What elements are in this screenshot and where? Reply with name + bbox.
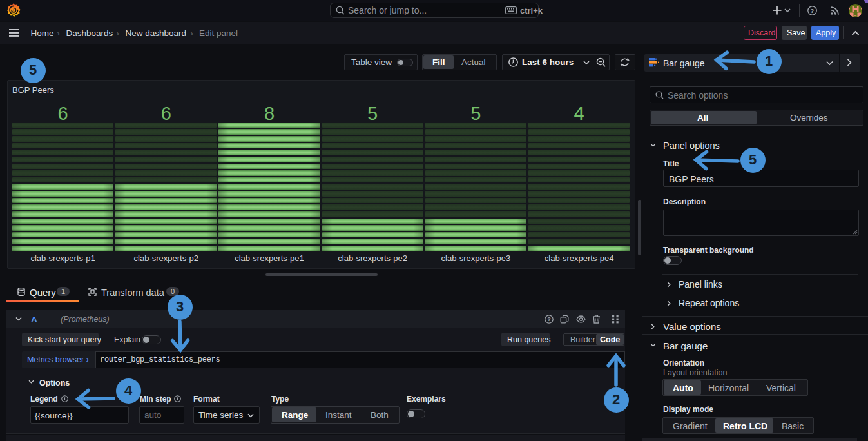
svg-text:?: ?	[811, 7, 815, 14]
svg-text:?: ?	[547, 316, 550, 322]
